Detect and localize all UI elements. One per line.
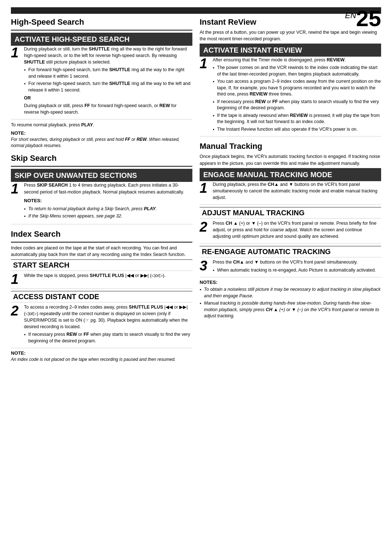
high-speed-note: NOTE For short searches, during playback… (11, 130, 192, 149)
page-number: 25 (356, 6, 381, 31)
bullet-item: If the Skip Menu screen appears, see pag… (24, 213, 192, 220)
manual-tracking-section: Manual Tracking Once playback begins, th… (200, 142, 381, 319)
tracking-step2-text: Press CH ▲ (+) or ▼ (–) on the VCR's fro… (213, 220, 381, 240)
divider-1 (11, 30, 192, 30)
activate-instant-title: ACTIVATE INSTANT REVIEW (203, 46, 377, 54)
en-label: EN (345, 11, 356, 20)
bullet-item: To obtain a noiseless still picture it m… (200, 286, 381, 299)
skip-notes-list: To return to normal playback during a Sk… (24, 206, 192, 220)
high-speed-step1-content: 1 During playback or still, turn the SHU… (11, 46, 192, 119)
bullet-item: If the tape is already rewound when REVI… (213, 113, 381, 125)
step-number-index2: 2 (11, 304, 21, 318)
index-search-section: Index Search Index codes are placed on t… (11, 229, 192, 363)
tracking-step3-content: 3 Press the CH▲ and ▼ buttons on the VCR… (200, 259, 381, 277)
tracking-step1-content: 1 During playback, press the CH▲ and ▼ b… (200, 181, 381, 205)
skip-over-header: SKIP OVER UNWANTED SECTIONS (11, 169, 192, 182)
instant-step1-content: 1 After ensuring that the Timer mode is … (200, 57, 381, 137)
index-search-intro: Index codes are placed on the tape at th… (11, 245, 192, 258)
or-text: During playback or still, press FF for f… (24, 102, 192, 115)
tracking-step3-text: Press the CH▲ and ▼ buttons on the VCR's… (213, 259, 381, 265)
bullet-item: Manual tracking is possible during hands… (200, 300, 381, 319)
instant-step1-text: After ensuring that the Timer mode is di… (213, 57, 381, 63)
divider-2 (11, 166, 192, 167)
bullet-item: When automatic tracking is re-engaged, A… (213, 267, 381, 274)
skip-step1-inner: Press SKIP SEARCH 1 to 4 times during pl… (24, 182, 192, 221)
access-distant-header: ACCESS DISTANT CODE (11, 291, 192, 302)
index-search-title: Index Search (11, 229, 192, 239)
reengage-tracking-header: RE-ENGAGE AUTOMATIC TRACKING (200, 246, 381, 257)
tracking-step3-inner: Press the CH▲ and ▼ buttons on the VCR's… (213, 259, 381, 275)
step-number-index1: 1 (11, 272, 21, 286)
skip-notes: NOTE To return to normal playback during… (24, 197, 192, 220)
instant-step1-inner: After ensuring that the Timer mode is di… (213, 57, 381, 134)
bullet-item: For forward high-speed search, turn the … (24, 67, 192, 80)
engage-tracking-title: ENGAGE MANUAL TRACKING MODE (203, 170, 377, 179)
adjust-tracking-title: ADJUST MANUAL TRACKING (202, 209, 379, 217)
manual-tracking-intro: Once playback begins, the VCR's automati… (200, 153, 381, 166)
index-step1-content: 1 While the tape is stopped, press SHUTT… (11, 272, 192, 289)
skip-step1-text: Press SKIP SEARCH 1 to 4 times during pl… (24, 182, 192, 195)
index-step2-content: 2 To access a recording 2–9 index codes … (11, 304, 192, 349)
step-number-mt1: 1 (200, 181, 210, 195)
adjust-tracking-header: ADJUST MANUAL TRACKING (200, 207, 381, 219)
high-speed-bullets: For forward high-speed search, turn the … (24, 67, 192, 93)
index-note-label: NOTE (11, 350, 192, 356)
index-note-content: An index code is not placed on the tape … (11, 357, 192, 363)
high-speed-step1-text: During playback or still, turn the SHUTT… (24, 46, 192, 65)
activate-high-speed-title: ACTIVATE HIGH-SPEED SEARCH (15, 35, 189, 44)
tracking-step2-content: 2 Press CH ▲ (+) or ▼ (–) on the VCR's f… (200, 220, 381, 244)
step-number-mt3: 3 (200, 259, 210, 273)
bullet-item: If necessary press REW or FF when play s… (213, 99, 381, 111)
instant-review-bullets: The power comes on and the VCR rewinds t… (213, 65, 381, 133)
resume-text: To resume normal playback, press PLAY. (11, 122, 192, 128)
engage-tracking-header: ENGAGE MANUAL TRACKING MODE (200, 168, 381, 181)
bullet-item: If necessary press REW or FF when play s… (24, 331, 192, 344)
index-step2-bullets: If necessary press REW or FF when play s… (24, 331, 192, 344)
bullet-item: You can access a program 2–9 index codes… (213, 78, 381, 98)
high-speed-search-title: High-Speed Search (11, 17, 192, 27)
tracking-notes: NOTE To obtain a noiseless still picture… (200, 280, 381, 319)
bullet-item: For reverse high-speed search, turn the … (24, 81, 192, 93)
right-column: Instant ReView At the press of a button,… (200, 17, 381, 368)
tracking-notes-label: NOTE (200, 280, 381, 285)
skip-over-title: SKIP OVER UNWANTED SECTIONS (15, 171, 189, 180)
skip-step1-content: 1 Press SKIP SEARCH 1 to 4 times during … (11, 182, 192, 224)
instant-review-intro: At the press of a button, you can power … (200, 29, 381, 42)
index-step1-text: While the tape is stopped, press SHUTTLE… (24, 272, 192, 279)
note-content: For short searches, during playback or s… (11, 137, 192, 149)
index-step2-text: To access a recording 2–9 index codes aw… (24, 304, 192, 330)
or-label: OR (24, 95, 192, 101)
tracking-step3-bullets: When automatic tracking is re-engaged, A… (213, 267, 381, 274)
manual-tracking-title: Manual Tracking (200, 142, 381, 151)
tracking-step2-inner: Press CH ▲ (+) or ▼ (–) on the VCR's fro… (213, 220, 381, 241)
index-step1-inner: While the tape is stopped, press SHUTTLE… (24, 272, 192, 280)
activate-instant-header: ACTIVATE INSTANT REVIEW (200, 44, 381, 57)
reengage-tracking-title: RE-ENGAGE AUTOMATIC TRACKING (202, 248, 379, 256)
access-distant-title: ACCESS DISTANT CODE (13, 293, 190, 301)
divider-3 (11, 242, 192, 243)
main-layout: High-Speed Search ACTIVATE HIGH-SPEED SE… (11, 17, 381, 368)
start-search-header: START SEARCH (11, 259, 192, 271)
page-number-area: EN25 (345, 7, 381, 30)
index-note: NOTE An index code is not placed on the … (11, 350, 192, 363)
high-speed-step1-inner: During playback or still, turn the SHUTT… (24, 46, 192, 117)
step-number-1: 1 (11, 46, 21, 60)
step-number-mt2: 2 (200, 220, 210, 234)
start-search-title: START SEARCH (13, 261, 190, 269)
index-step2-inner: To access a recording 2–9 index codes aw… (24, 304, 192, 346)
step-number-ir1: 1 (200, 57, 210, 70)
note-label: NOTE (11, 130, 192, 136)
instant-review-section: Instant ReView At the press of a button,… (200, 17, 381, 137)
top-bar (11, 7, 381, 14)
left-column: High-Speed Search ACTIVATE HIGH-SPEED SE… (11, 17, 192, 368)
bullet-item: The Instant Review function will also op… (213, 126, 381, 133)
activate-high-speed-header: ACTIVATE HIGH-SPEED SEARCH (11, 33, 192, 46)
tracking-step1-text: During playback, press the CH▲ and ▼ but… (213, 181, 381, 201)
skip-search-section: Skip Search SKIP OVER UNWANTED SECTIONS … (11, 154, 192, 224)
high-speed-search-section: High-Speed Search ACTIVATE HIGH-SPEED SE… (11, 17, 192, 148)
notes-label: NOTE (24, 197, 192, 204)
bullet-item: To return to normal playback during a Sk… (24, 206, 192, 212)
tracking-step1-inner: During playback, press the CH▲ and ▼ but… (213, 181, 381, 202)
skip-search-title: Skip Search (11, 154, 192, 163)
tracking-notes-list: To obtain a noiseless still picture it m… (200, 286, 381, 319)
